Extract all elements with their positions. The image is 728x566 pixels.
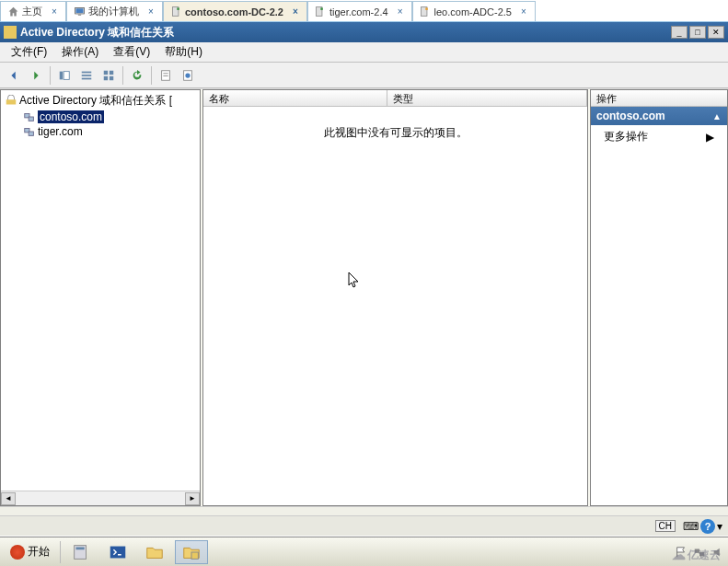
horizontal-scrollbar[interactable]: ◄ ► xyxy=(1,491,200,505)
watermark: ☁ 亿速云 xyxy=(672,547,721,563)
action-more[interactable]: 更多操作 ▶ xyxy=(591,125,727,148)
svg-rect-19 xyxy=(163,73,168,74)
menu-file[interactable]: 文件(F) xyxy=(4,42,54,62)
language-bar: CH ⌨ ? ▾ xyxy=(0,515,728,536)
menu-view[interactable]: 查看(V) xyxy=(106,42,157,62)
tab-label: tiger.com-2.4 xyxy=(329,6,388,17)
tree-root[interactable]: Active Directory 域和信任关系 [ xyxy=(3,92,198,110)
svg-rect-17 xyxy=(110,75,113,79)
domain-trust-icon xyxy=(5,95,17,108)
titlebar[interactable]: Active Directory 域和信任关系 _ □ ✕ xyxy=(0,22,728,42)
watermark-text: 亿速云 xyxy=(688,548,721,563)
svg-rect-2 xyxy=(77,15,80,16)
tab-leo-adc[interactable]: leo.com-ADC-2.5 × xyxy=(412,1,536,21)
home-icon xyxy=(6,6,19,18)
tree-item-label: tiger.com xyxy=(38,125,83,138)
back-button[interactable] xyxy=(4,65,24,86)
close-button[interactable]: ✕ xyxy=(708,26,724,39)
monitor-icon xyxy=(73,6,86,18)
action-section-contoso[interactable]: contoso.com ▲ xyxy=(591,107,727,125)
separator xyxy=(50,66,51,85)
list-panel: 名称 类型 此视图中没有可显示的项目。 xyxy=(202,89,588,506)
separator xyxy=(122,66,123,85)
svg-rect-10 xyxy=(64,71,69,79)
action-panel: 操作 contoso.com ▲ 更多操作 ▶ xyxy=(590,89,728,506)
close-icon[interactable]: × xyxy=(145,6,156,17)
status-gap xyxy=(0,506,728,515)
svg-rect-31 xyxy=(191,552,198,559)
maximize-button[interactable]: □ xyxy=(689,26,706,39)
minimize-button[interactable]: _ xyxy=(671,26,688,39)
menu-help[interactable]: 帮助(H) xyxy=(157,42,210,62)
window-title: Active Directory 域和信任关系 xyxy=(20,25,669,40)
task-powershell[interactable] xyxy=(101,540,134,564)
start-button[interactable]: 开始 xyxy=(4,541,56,562)
svg-rect-27 xyxy=(29,132,33,135)
app-window: Active Directory 域和信任关系 _ □ ✕ 文件(F) 操作(A… xyxy=(0,22,728,536)
scroll-right-icon[interactable]: ► xyxy=(185,492,200,505)
column-type[interactable]: 类型 xyxy=(387,90,587,106)
server-icon xyxy=(169,6,182,18)
svg-rect-16 xyxy=(104,75,108,79)
close-icon[interactable]: × xyxy=(518,6,529,17)
tab-label: 我的计算机 xyxy=(88,5,139,18)
refresh-button[interactable] xyxy=(127,65,147,86)
svg-rect-15 xyxy=(110,70,113,74)
tree-item-label: contoso.com xyxy=(38,110,104,123)
help-button[interactable] xyxy=(178,65,198,86)
action-item-label: 更多操作 xyxy=(604,129,648,144)
column-name[interactable]: 名称 xyxy=(203,90,387,106)
cloud-icon: ☁ xyxy=(672,547,686,563)
close-icon[interactable]: × xyxy=(290,6,301,17)
close-icon[interactable]: × xyxy=(49,6,60,17)
tree-panel: Active Directory 域和信任关系 [ contoso.com ti… xyxy=(0,89,201,506)
start-orb-icon xyxy=(10,545,25,560)
tree-item-tiger[interactable]: tiger.com xyxy=(3,124,198,139)
menu-action[interactable]: 操作(A) xyxy=(54,42,106,62)
svg-rect-6 xyxy=(321,7,323,9)
svg-rect-11 xyxy=(82,71,92,73)
help-icon[interactable]: ? xyxy=(700,519,715,534)
list-button[interactable] xyxy=(76,65,97,86)
svg-rect-20 xyxy=(163,75,168,76)
server-icon xyxy=(314,6,327,18)
svg-rect-13 xyxy=(82,77,92,79)
forward-button[interactable] xyxy=(26,65,46,86)
tab-label: 主页 xyxy=(22,5,42,18)
svg-rect-12 xyxy=(82,75,92,76)
svg-rect-23 xyxy=(6,99,17,104)
app-icon xyxy=(4,26,17,39)
task-ad-trusts[interactable] xyxy=(175,540,208,564)
domain-icon xyxy=(23,125,36,138)
tab-label: leo.com-ADC-2.5 xyxy=(434,6,512,17)
grid-button[interactable] xyxy=(98,65,119,86)
lang-indicator[interactable]: CH xyxy=(655,520,676,532)
svg-rect-25 xyxy=(29,117,33,121)
arrow-right-icon: ▶ xyxy=(706,131,714,144)
separator xyxy=(151,66,152,85)
tab-tiger[interactable]: tiger.com-2.4 × xyxy=(307,1,412,21)
start-label: 开始 xyxy=(28,544,50,560)
domain-icon xyxy=(23,110,36,123)
tab-my-computer[interactable]: 我的计算机 × xyxy=(66,1,163,21)
tab-home[interactable]: 主页 × xyxy=(0,1,66,21)
panel-button[interactable] xyxy=(54,65,75,86)
svg-rect-14 xyxy=(104,70,108,74)
scroll-left-icon[interactable]: ◄ xyxy=(1,492,16,505)
browser-tab-strip: 主页 × 我的计算机 × contoso.com-DC-2.2 × tiger.… xyxy=(0,0,728,22)
task-explorer[interactable] xyxy=(138,540,171,564)
task-server-manager[interactable] xyxy=(64,540,98,564)
chevron-up-icon: ▲ xyxy=(712,111,722,121)
svg-rect-4 xyxy=(177,7,179,9)
tree-root-label: Active Directory 域和信任关系 [ xyxy=(19,93,172,109)
properties-button[interactable] xyxy=(156,65,176,86)
close-icon[interactable]: × xyxy=(395,6,406,17)
keyboard-icon[interactable]: ⌨ xyxy=(683,520,699,533)
tree-item-contoso[interactable]: contoso.com xyxy=(3,110,198,124)
tab-label: contoso.com-DC-2.2 xyxy=(185,6,283,17)
caret-down-icon[interactable]: ▾ xyxy=(717,520,722,533)
list-empty-message: 此视图中没有可显示的项目。 xyxy=(203,107,587,159)
toolbar xyxy=(0,63,728,88)
tab-contoso-dc[interactable]: contoso.com-DC-2.2 × xyxy=(163,1,307,21)
svg-rect-1 xyxy=(75,8,83,13)
